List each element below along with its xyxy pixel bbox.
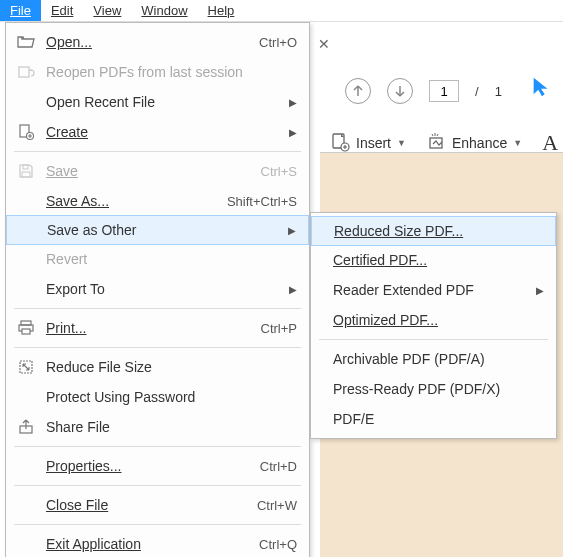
page-navigation: / 1: [345, 78, 502, 104]
svg-rect-8: [21, 321, 31, 325]
submenu-archivable-pdf[interactable]: Archivable PDF (PDF/A): [311, 344, 556, 374]
svg-rect-3: [19, 67, 29, 77]
menu-separator: [319, 339, 548, 340]
menu-create[interactable]: Create ▶: [6, 117, 309, 147]
menu-file[interactable]: File: [0, 0, 41, 21]
menu-reopen: Reopen PDFs from last session: [6, 57, 309, 87]
print-icon: [12, 317, 40, 339]
menu-properties[interactable]: Properties... Ctrl+D: [6, 451, 309, 481]
create-icon: [12, 121, 40, 143]
save-icon: [12, 160, 40, 182]
tab-close-icon[interactable]: ✕: [318, 36, 330, 52]
menu-save: Save Ctrl+S: [6, 156, 309, 186]
submenu-press-ready-pdf[interactable]: Press-Ready PDF (PDF/X): [311, 374, 556, 404]
caret-down-icon: ▼: [513, 138, 522, 148]
submenu-optimized-pdf[interactable]: Optimized PDF...: [311, 305, 556, 335]
submenu-pdf-e[interactable]: PDF/E: [311, 404, 556, 434]
menu-print[interactable]: Print... Ctrl+P: [6, 313, 309, 343]
submenu-reduced-size-pdf[interactable]: Reduced Size PDF...: [311, 216, 556, 246]
page-separator: /: [475, 84, 479, 99]
menu-protect-password[interactable]: Protect Using Password: [6, 382, 309, 412]
folder-open-icon: [12, 31, 40, 53]
menu-reduce-file-size[interactable]: Reduce File Size: [6, 352, 309, 382]
menu-separator: [14, 485, 301, 486]
share-icon: [12, 416, 40, 438]
submenu-certified-pdf[interactable]: Certified PDF...: [311, 245, 556, 275]
svg-rect-6: [23, 165, 28, 169]
menu-window[interactable]: Window: [131, 0, 197, 21]
menu-view[interactable]: View: [83, 0, 131, 21]
menu-close-file[interactable]: Close File Ctrl+W: [6, 490, 309, 520]
menu-open-recent[interactable]: Open Recent File ▶: [6, 87, 309, 117]
menu-separator: [14, 347, 301, 348]
page-number-input[interactable]: [429, 80, 459, 102]
menu-separator: [14, 151, 301, 152]
save-as-other-submenu: Reduced Size PDF... Certified PDF... Rea…: [310, 212, 557, 439]
menubar: File Edit View Window Help: [0, 0, 563, 22]
menu-save-as-other[interactable]: Save as Other ▶: [6, 215, 309, 245]
menu-separator: [14, 308, 301, 309]
submenu-arrow-icon: ▶: [288, 225, 296, 236]
menu-exit-application[interactable]: Exit Application Ctrl+Q: [6, 529, 309, 557]
submenu-arrow-icon: ▶: [289, 97, 297, 108]
menu-separator: [14, 446, 301, 447]
reduce-size-icon: [12, 356, 40, 378]
menu-open[interactable]: Open... Ctrl+O: [6, 27, 309, 57]
menu-save-as[interactable]: Save As... Shift+Ctrl+S: [6, 186, 309, 216]
menu-edit[interactable]: Edit: [41, 0, 83, 21]
submenu-arrow-icon: ▶: [289, 284, 297, 295]
menu-export-to[interactable]: Export To ▶: [6, 274, 309, 304]
submenu-reader-extended-pdf[interactable]: Reader Extended PDF ▶: [311, 275, 556, 305]
menu-separator: [14, 524, 301, 525]
page-total: 1: [495, 84, 502, 99]
svg-rect-10: [22, 329, 30, 334]
menu-revert: Revert: [6, 244, 309, 274]
submenu-arrow-icon: ▶: [536, 285, 544, 296]
menu-share-file[interactable]: Share File: [6, 412, 309, 442]
reopen-icon: [12, 61, 40, 83]
submenu-arrow-icon: ▶: [289, 127, 297, 138]
svg-rect-7: [22, 172, 30, 177]
selection-tool-icon[interactable]: [530, 76, 552, 101]
file-menu: Open... Ctrl+O Reopen PDFs from last ses…: [5, 22, 310, 557]
menu-help[interactable]: Help: [198, 0, 245, 21]
caret-down-icon: ▼: [397, 138, 406, 148]
page-up-button[interactable]: [345, 78, 371, 104]
page-down-button[interactable]: [387, 78, 413, 104]
